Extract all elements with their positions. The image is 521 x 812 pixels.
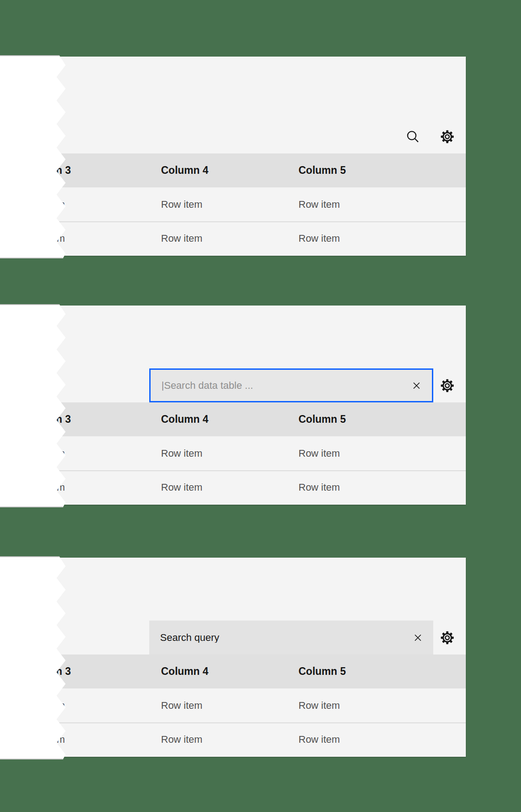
table-header-row: Column 3 Column 4 Column 5 [57,153,466,187]
table-cell: Row item [24,722,65,756]
table-cell: Row item [161,470,203,504]
table-cell: Row item [298,722,340,756]
search-input[interactable]: Search query [149,621,433,654]
table-cell: Row item [24,221,65,255]
column-header: Column 3 [24,654,71,688]
column-header: Column 4 [161,153,208,187]
table-cell: Row item [161,722,203,756]
settings-button[interactable] [430,368,464,402]
table-cell: Row item [24,470,65,504]
table-cell: Row item [298,436,340,470]
column-header: Column 5 [298,153,346,187]
table-cell: Row item [24,688,65,722]
column-header: Column 5 [298,654,346,688]
table-cell: Row item [24,187,65,221]
gear-icon [440,630,455,645]
table-toolbar: |Search data table ... [57,368,466,402]
table-cell: Row item [298,470,340,504]
clear-search-button[interactable] [409,629,427,647]
table-cell: Row item [161,187,203,221]
search-icon [406,129,420,144]
table-row: Row item Row item Row item [57,436,466,470]
table-row: Row item Row item Row item [57,722,466,756]
search-button[interactable] [396,119,430,153]
table-header-row: Column 3 Column 4 Column 5 [57,654,466,688]
search-value: Search query [149,633,409,643]
settings-button[interactable] [430,621,464,654]
data-table-panel-search-focused: |Search data table ... [57,306,466,505]
column-header: Column 4 [161,402,208,436]
table-header-row: Column 3 Column 4 Column 5 [57,402,466,436]
close-icon [413,633,422,642]
table-row: Row item Row item Row item [57,221,466,255]
column-header: Column 3 [24,153,71,187]
table-cell: Row item [161,221,203,255]
gear-icon [440,129,455,144]
settings-button[interactable] [430,119,464,153]
table-toolbar [57,119,466,153]
table-cell: Row item [161,688,203,722]
table-cell: Row item [298,221,340,255]
column-header: Column 5 [298,402,346,436]
table-row: Row item Row item Row item [57,187,466,221]
table-cell: Row item [298,688,340,722]
search-placeholder: |Search data table ... [151,381,407,391]
table-cell: Row item [24,436,65,470]
close-icon [412,381,421,390]
table-row: Row item Row item Row item [57,470,466,504]
clear-search-button[interactable] [407,377,426,395]
table-cell: Row item [161,436,203,470]
table-cell: Row item [298,187,340,221]
data-table-panel-search-populated: Search query [57,558,466,757]
column-header: Column 3 [24,402,71,436]
data-table-panel-search-collapsed: Column 3 Column 4 Column 5 Row item Row … [57,57,466,256]
column-header: Column 4 [161,654,208,688]
table-row: Row item Row item Row item [57,688,466,722]
gear-icon [440,378,455,393]
search-input[interactable]: |Search data table ... [149,368,433,402]
table-toolbar: Search query [57,621,466,654]
canvas: Column 3 Column 4 Column 5 Row item Row … [0,0,521,812]
